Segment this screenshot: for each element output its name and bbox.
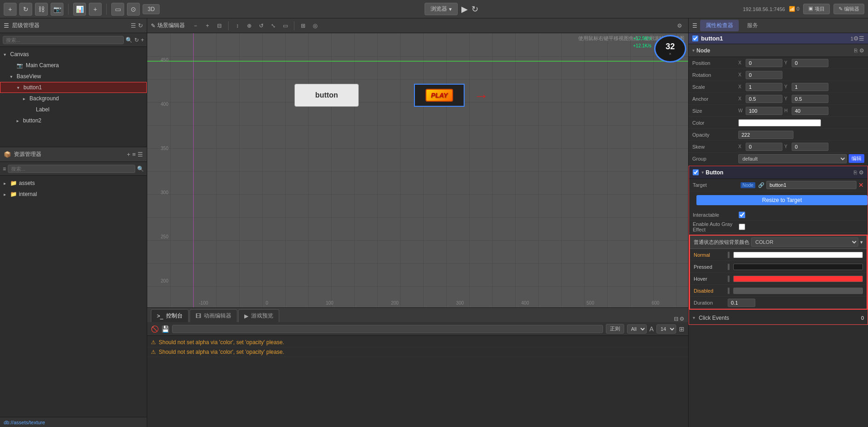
node-gear-btn[interactable]: ⚙ [853,35,859,42]
tree-main-camera[interactable]: 📷 Main Camera [0,60,147,71]
group-edit-btn[interactable]: 编辑 [849,154,864,163]
zoom-out-btn[interactable]: − [190,21,201,31]
asset-sort[interactable]: ≡ [132,151,136,158]
console-maximize[interactable]: ⊞ [679,325,684,333]
color-swatch[interactable] [738,119,821,127]
interactable-check[interactable] [739,212,745,218]
background-arrow[interactable]: ▸ [23,96,29,101]
zoom-fit-btn[interactable]: ⊟ [214,21,224,31]
console-font-icon[interactable]: A [650,325,654,333]
asset-add[interactable]: + [127,151,131,158]
button1-arrow[interactable]: ▾ [17,85,23,90]
asset-sort2[interactable]: ≡ [3,166,6,172]
anchor-y-input[interactable] [792,95,828,103]
tab-preview[interactable]: ▶ 游戏预览 [238,309,279,322]
tree-button1[interactable]: ▾ button1 [0,82,147,93]
node-settings2-btn[interactable]: ⚙ [859,47,864,54]
scale-btn[interactable]: ⤡ [268,21,278,31]
opacity-input[interactable] [738,131,793,139]
position-y-input[interactable] [792,59,828,67]
link-btn[interactable]: ⛓ [35,3,48,16]
tab-props[interactable]: 属性检查器 [700,20,739,31]
scene-viewport[interactable]: 使用鼠标右键平移视图焦点，使用滚轮缩放视图 450 400 350 300 25… [147,33,688,307]
console-save-btn[interactable]: 💾 [161,325,169,333]
project-btn[interactable]: ▣ 项目 [803,4,830,14]
editor-btn[interactable]: ✎ 编辑器 [834,4,864,14]
position-x-input[interactable] [746,59,782,67]
node-copy-btn[interactable]: ⎘ [854,47,857,54]
move-btn[interactable]: ↕ [232,21,242,31]
asset-item-assets[interactable]: ▸ 📁 assets [0,178,147,189]
transform-btn[interactable]: ⊞ [298,21,308,31]
browser-btn[interactable]: 浏览器 ▾ [425,3,458,15]
hierarchy-search-btn[interactable]: 🔍 [126,37,132,43]
pressed-color-bar[interactable] [733,264,863,270]
asset-search-input[interactable] [8,165,135,173]
tab-animation[interactable]: 🎞 动画编辑器 [190,309,237,322]
scene-button-plain[interactable]: button [294,84,359,107]
auto-gray-check[interactable] [739,224,745,230]
scale-y-input[interactable] [792,83,828,91]
duration-input[interactable] [728,299,755,307]
hover-color-bar[interactable] [733,276,863,282]
tree-baseview[interactable]: ▾ BaseView [0,71,147,82]
size-w-input[interactable] [746,107,782,115]
baseview-arrow[interactable]: ▾ [10,74,17,79]
internal-arrow[interactable]: ▸ [4,192,10,197]
button-enable-check[interactable] [693,169,699,175]
resize-target-btn[interactable]: Resize to Target [696,195,868,205]
skew-x-input[interactable] [746,143,782,151]
tree-label[interactable]: Label [0,104,147,115]
console-clear-btn[interactable]: 🚫 [151,325,159,333]
assets-arrow[interactable]: ▸ [4,181,10,186]
hierarchy-settings[interactable]: ☰ [131,22,136,29]
asset-settings[interactable]: ☰ [138,151,143,158]
play-btn[interactable]: ▶ [461,4,468,14]
chart-btn[interactable]: 📊 [73,3,86,16]
console-level-select[interactable]: All [627,324,647,334]
hierarchy-add[interactable]: + [141,37,144,43]
color-type-select[interactable]: COLOR [751,237,858,247]
disabled-color-bar[interactable] [733,288,863,294]
hierarchy-search-input[interactable] [3,36,124,44]
tab-console[interactable]: >_ 控制台 [151,309,189,322]
asset-item-internal[interactable]: ▸ 📁 internal [0,189,147,200]
node-visible-check[interactable] [692,35,698,41]
zoom-in-btn[interactable]: + [202,21,213,31]
group-select[interactable]: default [738,154,847,163]
add-btn[interactable]: + [4,3,17,16]
button-header[interactable]: ▾ Button ⎘ ⚙ [689,166,868,179]
tree-canvas[interactable]: ▾ Canvas [0,49,147,60]
rotation-x-input[interactable] [746,71,782,79]
hierarchy-refresh2[interactable]: ↻ [134,37,139,43]
rect-btn[interactable]: ▭ [111,3,124,16]
rect-btn2[interactable]: ▭ [280,21,290,31]
node-section-header[interactable]: ▾ Node ⎘ ⚙ [689,44,868,57]
circle-btn[interactable]: ⊙ [127,3,140,16]
screenshot-btn[interactable]: 📷 [51,3,63,16]
console-font-size-select[interactable]: 14 [656,324,676,334]
tab-service[interactable]: 服务 [742,20,764,31]
scale-x-input[interactable] [746,83,782,91]
console-filter-regex[interactable]: 正则 [606,324,624,334]
tree-background[interactable]: ▸ Background [0,93,147,104]
button-settings-btn[interactable]: ⚙ [859,169,864,176]
scene-button-play[interactable]: PLAY [414,84,465,107]
bottom-panel-collapse[interactable]: ⊟ [674,316,678,322]
target-input[interactable] [766,181,857,189]
hierarchy-refresh[interactable]: ↻ [138,22,143,29]
target-cancel-btn[interactable]: ✕ [858,181,864,189]
button2-arrow[interactable]: ▸ [17,118,23,123]
console-search-input[interactable] [172,325,603,333]
rotate-btn[interactable]: ↺ [256,21,266,31]
anchor-btn[interactable]: ⊕ [244,21,254,31]
asset-search-btn[interactable]: 🔍 [137,166,144,172]
plus2-btn[interactable]: + [89,3,102,16]
size-h-input[interactable] [792,107,828,115]
normal-color-bar[interactable] [733,252,863,258]
tree-button2[interactable]: ▸ button2 [0,115,147,126]
skew-y-input[interactable] [792,143,828,151]
3d-btn[interactable]: 3D [143,4,160,14]
canvas-arrow[interactable]: ▾ [4,52,10,57]
settings-btn[interactable]: ⚙ [674,21,684,31]
